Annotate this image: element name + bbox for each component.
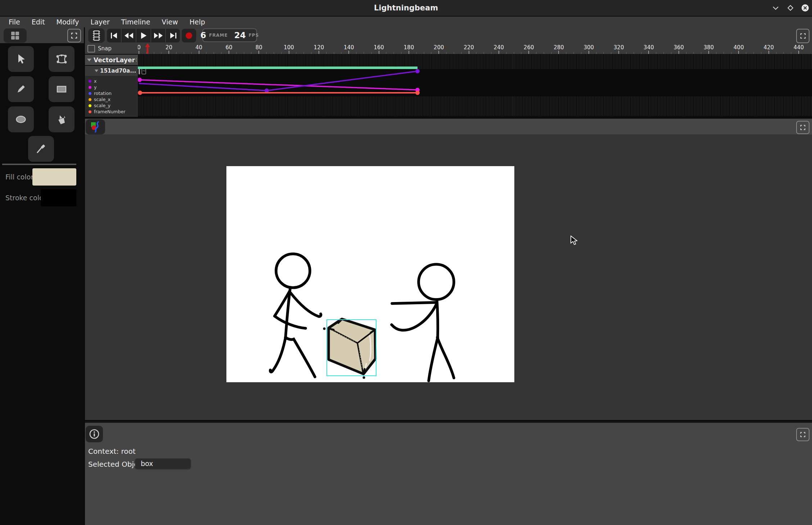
- expand-icon: [800, 432, 806, 438]
- info-button[interactable]: [86, 426, 103, 442]
- tool-select[interactable]: [8, 46, 34, 72]
- x-curve-keyframe-dot[interactable]: [415, 69, 420, 73]
- rewind-button[interactable]: [122, 29, 136, 42]
- menu-file[interactable]: File: [4, 17, 25, 27]
- ruler-major-tick: [499, 51, 499, 54]
- y-curve[interactable]: [139, 80, 418, 90]
- close-button[interactable]: [799, 2, 811, 14]
- ruler-label-420: 420: [763, 44, 774, 51]
- fps-label: FPS: [249, 33, 259, 38]
- property-row-y[interactable]: y: [85, 84, 138, 90]
- y-curve-keyframe-dot[interactable]: [138, 78, 142, 82]
- tool-eyedropper[interactable]: [28, 136, 54, 162]
- box-object[interactable]: [323, 319, 376, 379]
- property-label: y: [94, 85, 96, 90]
- selected-object-value[interactable]: box: [135, 458, 191, 469]
- expand-icon: [800, 33, 806, 39]
- box-silhouette: [329, 319, 375, 374]
- film-button[interactable]: [88, 28, 105, 43]
- pencil-icon: [15, 83, 27, 95]
- ruler-major-tick: [409, 51, 409, 54]
- tool-paint-bucket[interactable]: [49, 106, 75, 132]
- timeline-expand-button[interactable]: [796, 29, 809, 43]
- property-row-scale_y[interactable]: scale_y: [85, 102, 138, 109]
- property-row-scale_x[interactable]: scale_x: [85, 96, 138, 102]
- expand-icon: [71, 32, 78, 39]
- timeline-curves[interactable]: [138, 54, 812, 117]
- stage[interactable]: [226, 166, 514, 382]
- timeline-ruler[interactable]: 0204060801001201401601802002202402602803…: [138, 43, 812, 54]
- selection-handle[interactable]: [323, 328, 326, 330]
- object-row[interactable]: 151ad70a... ~: [85, 66, 138, 76]
- property-row-x[interactable]: x: [85, 78, 138, 84]
- ruler-label-260: 260: [524, 44, 534, 51]
- node-edit-icon: [55, 52, 68, 65]
- record-icon: [185, 32, 193, 39]
- ruler-major-tick: [588, 51, 589, 54]
- ruler-label-140: 140: [344, 44, 354, 51]
- ruler-major-tick: [469, 51, 469, 54]
- selected-object-text: box: [141, 460, 153, 467]
- menu-edit[interactable]: Edit: [27, 17, 50, 27]
- ruler-major-tick: [678, 51, 679, 54]
- panel-grid-button[interactable]: [4, 28, 27, 43]
- menu-layer[interactable]: Layer: [86, 17, 115, 27]
- stroke-color-swatch[interactable]: [41, 189, 76, 206]
- chevron-down-icon: [772, 4, 780, 12]
- tool-rectangle[interactable]: [49, 76, 75, 102]
- selection-handle[interactable]: [363, 376, 365, 379]
- inspector-expand-button[interactable]: [796, 428, 809, 441]
- menu-timeline[interactable]: Timeline: [116, 17, 155, 27]
- ruler-label-440: 440: [794, 44, 804, 51]
- record-button[interactable]: [182, 29, 196, 42]
- menu-view[interactable]: View: [157, 17, 183, 27]
- minimize-button[interactable]: [770, 2, 781, 14]
- maximize-button[interactable]: [785, 2, 796, 14]
- canvas-expand-button[interactable]: [796, 121, 809, 134]
- stage-tab-button[interactable]: [86, 119, 105, 134]
- menu-modify[interactable]: Modify: [51, 17, 84, 27]
- canvas-header: [85, 119, 812, 134]
- ruler-label-160: 160: [374, 44, 384, 51]
- ruler-major-tick: [438, 51, 439, 54]
- tool-node-edit[interactable]: [49, 46, 75, 72]
- skip-to-start-button[interactable]: [107, 29, 122, 42]
- frameNumber-curve-keyframe-dot[interactable]: [138, 91, 142, 95]
- playhead[interactable]: [145, 43, 150, 54]
- layer-collapse-triangle-icon[interactable]: [87, 59, 91, 61]
- frame-value: 6: [200, 31, 206, 40]
- layer-row[interactable]: VectorLayer [L]: [85, 55, 138, 65]
- property-row-frameNumber[interactable]: frameNumber: [85, 109, 138, 115]
- object-collapse-triangle-icon[interactable]: [95, 70, 98, 72]
- snap-checkbox[interactable]: [87, 45, 95, 52]
- property-label: x: [94, 78, 96, 84]
- property-label: rotation: [94, 91, 112, 96]
- fill-color-swatch[interactable]: [32, 168, 76, 186]
- fast-forward-button[interactable]: [151, 29, 166, 42]
- property-color-dot: [89, 92, 91, 95]
- right-stick-figure[interactable]: [392, 264, 454, 381]
- play-button[interactable]: [136, 29, 151, 42]
- ellipse-icon: [14, 113, 27, 126]
- ruler-major-tick: [648, 51, 649, 54]
- skip-to-end-button[interactable]: [166, 29, 180, 42]
- property-row-rotation[interactable]: rotation: [85, 90, 138, 96]
- ruler-major-tick: [618, 51, 619, 54]
- menu-help[interactable]: Help: [184, 17, 210, 27]
- ruler-major-tick: [319, 51, 319, 54]
- ruler-label-20: 20: [166, 44, 172, 51]
- sidebar-expand-button[interactable]: [67, 29, 81, 42]
- layer-span[interactable]: [138, 67, 418, 69]
- ruler-label-220: 220: [464, 44, 474, 51]
- tool-ellipse[interactable]: [8, 106, 34, 132]
- ruler-major-tick: [289, 51, 289, 54]
- ruler-label-200: 200: [434, 44, 444, 51]
- left-stick-figure[interactable]: [270, 254, 321, 377]
- property-color-dot: [89, 80, 91, 83]
- frameNumber-curve-keyframe-dot[interactable]: [415, 91, 420, 95]
- frame-fps-display[interactable]: 6 FRAME 24 FPS: [202, 28, 257, 42]
- tool-pencil[interactable]: [8, 76, 34, 102]
- ruler-major-tick: [798, 51, 799, 54]
- ruler-major-tick: [708, 51, 709, 54]
- film-strip-icon: [92, 30, 101, 41]
